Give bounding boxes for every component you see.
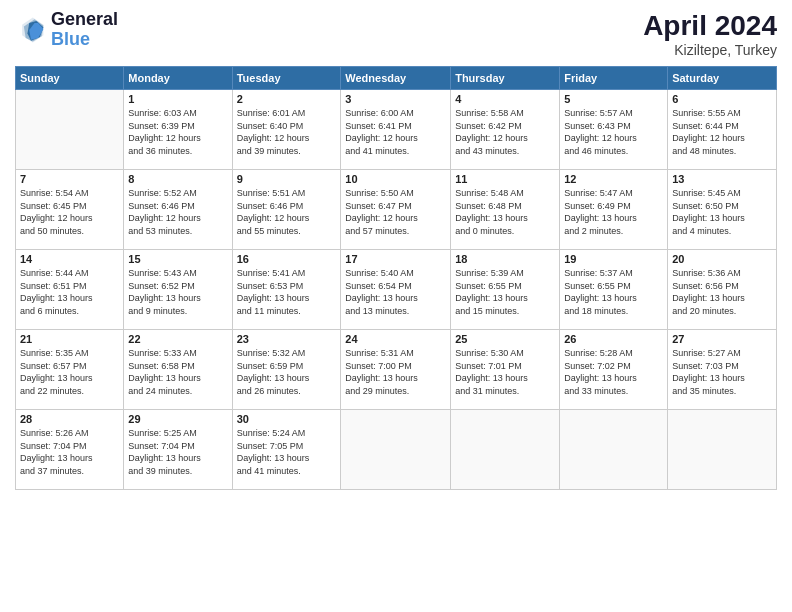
calendar-cell: 16Sunrise: 5:41 AMSunset: 6:53 PMDayligh… [232,250,341,330]
calendar-cell [16,90,124,170]
calendar-cell: 18Sunrise: 5:39 AMSunset: 6:55 PMDayligh… [451,250,560,330]
day-number: 8 [128,173,227,185]
page: General Blue April 2024 Kiziltepe, Turke… [0,0,792,612]
logo: General Blue [15,10,118,50]
title-block: April 2024 Kiziltepe, Turkey [643,10,777,58]
calendar-cell [560,410,668,490]
day-info: Sunrise: 5:39 AMSunset: 6:55 PMDaylight:… [455,267,555,317]
day-number: 19 [564,253,663,265]
weekday-header-tuesday: Tuesday [232,67,341,90]
day-number: 25 [455,333,555,345]
day-info: Sunrise: 5:35 AMSunset: 6:57 PMDaylight:… [20,347,119,397]
day-info: Sunrise: 5:41 AMSunset: 6:53 PMDaylight:… [237,267,337,317]
calendar-cell: 13Sunrise: 5:45 AMSunset: 6:50 PMDayligh… [668,170,777,250]
calendar-cell: 20Sunrise: 5:36 AMSunset: 6:56 PMDayligh… [668,250,777,330]
day-number: 4 [455,93,555,105]
week-row-2: 7Sunrise: 5:54 AMSunset: 6:45 PMDaylight… [16,170,777,250]
calendar-cell: 29Sunrise: 5:25 AMSunset: 7:04 PMDayligh… [124,410,232,490]
day-number: 23 [237,333,337,345]
calendar-cell: 7Sunrise: 5:54 AMSunset: 6:45 PMDaylight… [16,170,124,250]
calendar-cell: 26Sunrise: 5:28 AMSunset: 7:02 PMDayligh… [560,330,668,410]
header: General Blue April 2024 Kiziltepe, Turke… [15,10,777,58]
day-number: 11 [455,173,555,185]
day-number: 5 [564,93,663,105]
calendar-cell: 17Sunrise: 5:40 AMSunset: 6:54 PMDayligh… [341,250,451,330]
day-info: Sunrise: 5:52 AMSunset: 6:46 PMDaylight:… [128,187,227,237]
day-number: 14 [20,253,119,265]
calendar-cell [341,410,451,490]
calendar-cell: 2Sunrise: 6:01 AMSunset: 6:40 PMDaylight… [232,90,341,170]
day-number: 10 [345,173,446,185]
day-info: Sunrise: 5:24 AMSunset: 7:05 PMDaylight:… [237,427,337,477]
calendar-cell: 22Sunrise: 5:33 AMSunset: 6:58 PMDayligh… [124,330,232,410]
day-info: Sunrise: 6:01 AMSunset: 6:40 PMDaylight:… [237,107,337,157]
day-info: Sunrise: 5:33 AMSunset: 6:58 PMDaylight:… [128,347,227,397]
calendar-cell: 5Sunrise: 5:57 AMSunset: 6:43 PMDaylight… [560,90,668,170]
day-number: 9 [237,173,337,185]
day-info: Sunrise: 5:44 AMSunset: 6:51 PMDaylight:… [20,267,119,317]
calendar-cell: 19Sunrise: 5:37 AMSunset: 6:55 PMDayligh… [560,250,668,330]
day-info: Sunrise: 5:30 AMSunset: 7:01 PMDaylight:… [455,347,555,397]
week-row-5: 28Sunrise: 5:26 AMSunset: 7:04 PMDayligh… [16,410,777,490]
day-number: 1 [128,93,227,105]
calendar-cell: 24Sunrise: 5:31 AMSunset: 7:00 PMDayligh… [341,330,451,410]
calendar-table: SundayMondayTuesdayWednesdayThursdayFrid… [15,66,777,490]
day-info: Sunrise: 5:54 AMSunset: 6:45 PMDaylight:… [20,187,119,237]
day-info: Sunrise: 5:43 AMSunset: 6:52 PMDaylight:… [128,267,227,317]
calendar-cell: 28Sunrise: 5:26 AMSunset: 7:04 PMDayligh… [16,410,124,490]
calendar-cell: 14Sunrise: 5:44 AMSunset: 6:51 PMDayligh… [16,250,124,330]
location: Kiziltepe, Turkey [643,42,777,58]
weekday-header-thursday: Thursday [451,67,560,90]
day-number: 17 [345,253,446,265]
calendar-cell [668,410,777,490]
day-number: 20 [672,253,772,265]
day-info: Sunrise: 5:50 AMSunset: 6:47 PMDaylight:… [345,187,446,237]
calendar-cell: 12Sunrise: 5:47 AMSunset: 6:49 PMDayligh… [560,170,668,250]
day-info: Sunrise: 5:45 AMSunset: 6:50 PMDaylight:… [672,187,772,237]
logo-icon [15,14,47,46]
calendar-cell: 25Sunrise: 5:30 AMSunset: 7:01 PMDayligh… [451,330,560,410]
calendar-cell: 4Sunrise: 5:58 AMSunset: 6:42 PMDaylight… [451,90,560,170]
day-number: 18 [455,253,555,265]
weekday-header-saturday: Saturday [668,67,777,90]
calendar-cell: 15Sunrise: 5:43 AMSunset: 6:52 PMDayligh… [124,250,232,330]
day-info: Sunrise: 5:26 AMSunset: 7:04 PMDaylight:… [20,427,119,477]
calendar-cell [451,410,560,490]
day-number: 15 [128,253,227,265]
day-info: Sunrise: 6:00 AMSunset: 6:41 PMDaylight:… [345,107,446,157]
day-number: 3 [345,93,446,105]
weekday-header-row: SundayMondayTuesdayWednesdayThursdayFrid… [16,67,777,90]
day-number: 13 [672,173,772,185]
day-number: 12 [564,173,663,185]
calendar-cell: 10Sunrise: 5:50 AMSunset: 6:47 PMDayligh… [341,170,451,250]
day-info: Sunrise: 5:51 AMSunset: 6:46 PMDaylight:… [237,187,337,237]
calendar-cell: 8Sunrise: 5:52 AMSunset: 6:46 PMDaylight… [124,170,232,250]
day-info: Sunrise: 6:03 AMSunset: 6:39 PMDaylight:… [128,107,227,157]
day-number: 16 [237,253,337,265]
calendar-cell: 9Sunrise: 5:51 AMSunset: 6:46 PMDaylight… [232,170,341,250]
day-number: 6 [672,93,772,105]
day-number: 7 [20,173,119,185]
calendar-cell: 23Sunrise: 5:32 AMSunset: 6:59 PMDayligh… [232,330,341,410]
day-number: 30 [237,413,337,425]
day-info: Sunrise: 5:36 AMSunset: 6:56 PMDaylight:… [672,267,772,317]
calendar-cell: 11Sunrise: 5:48 AMSunset: 6:48 PMDayligh… [451,170,560,250]
day-info: Sunrise: 5:27 AMSunset: 7:03 PMDaylight:… [672,347,772,397]
day-info: Sunrise: 5:25 AMSunset: 7:04 PMDaylight:… [128,427,227,477]
day-info: Sunrise: 5:32 AMSunset: 6:59 PMDaylight:… [237,347,337,397]
day-number: 29 [128,413,227,425]
day-info: Sunrise: 5:55 AMSunset: 6:44 PMDaylight:… [672,107,772,157]
day-info: Sunrise: 5:40 AMSunset: 6:54 PMDaylight:… [345,267,446,317]
day-info: Sunrise: 5:31 AMSunset: 7:00 PMDaylight:… [345,347,446,397]
day-number: 26 [564,333,663,345]
day-number: 24 [345,333,446,345]
day-info: Sunrise: 5:37 AMSunset: 6:55 PMDaylight:… [564,267,663,317]
logo-text: General Blue [51,10,118,50]
weekday-header-friday: Friday [560,67,668,90]
week-row-4: 21Sunrise: 5:35 AMSunset: 6:57 PMDayligh… [16,330,777,410]
week-row-3: 14Sunrise: 5:44 AMSunset: 6:51 PMDayligh… [16,250,777,330]
weekday-header-sunday: Sunday [16,67,124,90]
calendar-cell: 6Sunrise: 5:55 AMSunset: 6:44 PMDaylight… [668,90,777,170]
day-info: Sunrise: 5:28 AMSunset: 7:02 PMDaylight:… [564,347,663,397]
calendar-cell: 30Sunrise: 5:24 AMSunset: 7:05 PMDayligh… [232,410,341,490]
